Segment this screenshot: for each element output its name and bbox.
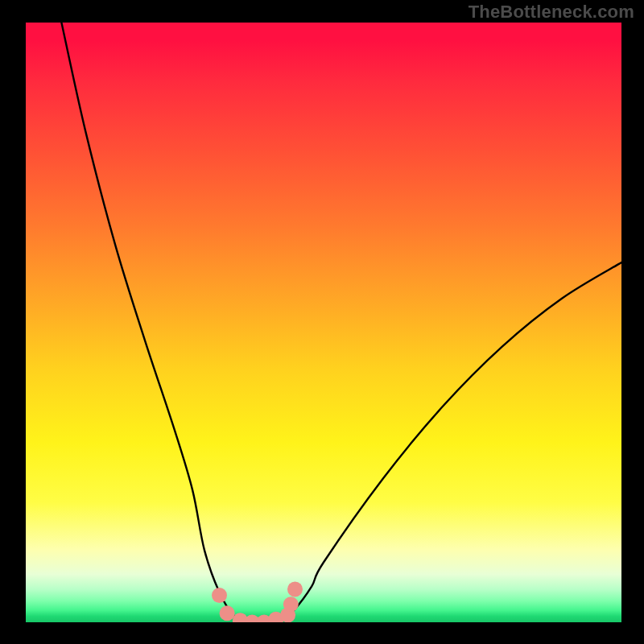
marker-dot: [287, 582, 303, 597]
plot-area: [26, 23, 621, 622]
marker-dot: [212, 588, 227, 603]
marker-dot: [220, 605, 235, 621]
outer-frame: TheBottleneck.com: [0, 0, 644, 644]
bottom-dots: [212, 582, 303, 622]
bottleneck-curve: [61, 23, 621, 622]
watermark-text: TheBottleneck.com: [469, 2, 634, 23]
marker-dot: [283, 597, 299, 612]
chart-svg: [26, 23, 621, 622]
